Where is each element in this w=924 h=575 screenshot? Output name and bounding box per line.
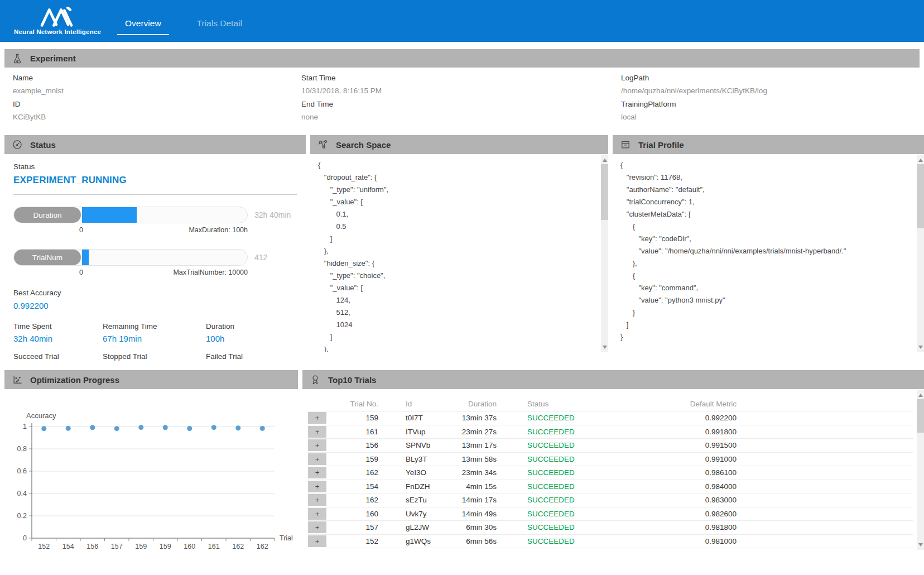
top10-title: Top10 Trials: [328, 375, 376, 385]
col-duration: Duration: [440, 400, 497, 408]
trial-id-cell: t0I7T: [378, 414, 440, 422]
scrollbar-thumb[interactable]: [917, 164, 924, 228]
duration-cell: 14min 17s: [440, 496, 497, 504]
trial-id-cell: gL2JW: [378, 523, 440, 531]
scroll-down-arrow[interactable]: [603, 346, 607, 349]
scroll-down-arrow[interactable]: [918, 543, 923, 547]
table-row: +162sEzTu14min 17sSUCCEEDED0.983000: [308, 493, 913, 507]
main-nav: Overview Trials Detail: [122, 0, 246, 42]
trial-id-cell: BLy3T: [378, 455, 440, 463]
expand-row-button[interactable]: +: [308, 508, 326, 520]
expand-row-button[interactable]: +: [308, 439, 326, 451]
duration-min: 0: [79, 226, 83, 234]
trial-no-cell: 157: [326, 523, 378, 531]
trialnum-progress-row: TrialNum 412: [13, 249, 297, 266]
duration-stat-label: Duration: [206, 322, 297, 330]
x-tick-label: 162: [257, 543, 268, 550]
search-space-scrollbar[interactable]: [601, 155, 608, 352]
duration-bar-fill: [82, 207, 137, 223]
experiment-title: Experiment: [30, 54, 76, 63]
trial-id-cell: FnDZH: [378, 482, 440, 491]
table-header-row: Trial No. Id Duration Status Default Met…: [308, 397, 913, 411]
experiment-col-time: Start Time 10/31/2018, 8:16:15 PM End Ti…: [301, 74, 382, 121]
x-tick-label: 160: [184, 543, 195, 550]
trial-no-cell: 159: [326, 455, 378, 463]
name-value: example_mnist: [13, 87, 64, 95]
trialnum-bar-fill: [82, 250, 89, 265]
status-cell: SUCCEEDED: [497, 510, 619, 518]
table-row: +156SPNVb13min 17sSUCCEEDED0.991500: [308, 439, 913, 453]
x-tick-label: 154: [62, 543, 74, 550]
tab-overview[interactable]: Overview: [122, 18, 165, 28]
metric-cell: 0.992200: [619, 414, 737, 422]
experiment-section-bar: Experiment: [4, 49, 920, 68]
table-row: +152g1WQs6min 56sSUCCEEDED0.981000: [308, 535, 913, 549]
expand-row-button[interactable]: +: [308, 481, 326, 492]
scroll-up-arrow[interactable]: [603, 159, 607, 162]
expand-row-button[interactable]: +: [308, 426, 326, 438]
scatter-point: [211, 425, 216, 430]
expand-row-button[interactable]: +: [308, 453, 326, 465]
stopped-trial-label: Stopped Trial: [103, 343, 206, 361]
status-cell: SUCCEEDED: [497, 428, 619, 436]
flask-icon: [12, 53, 23, 64]
trial-no-cell: 162: [326, 468, 378, 477]
best-accuracy-value: 0.992200: [13, 301, 297, 310]
metric-cell: 0.982600: [619, 510, 737, 518]
duration-bar-value: 32h 40min: [254, 210, 291, 219]
expand-row-button[interactable]: +: [308, 521, 326, 533]
duration-cell: 13min 37s: [440, 414, 497, 422]
y-tick-label: 0.2: [17, 512, 27, 520]
y-tick-label: 0: [23, 534, 27, 542]
best-accuracy-label: Best Accuracy: [13, 289, 297, 297]
top10-scrollbar[interactable]: [917, 390, 924, 550]
id-value: KCiBytKB: [13, 113, 64, 121]
start-time-value: 10/31/2018, 8:16:15 PM: [301, 87, 382, 95]
y-tick-label: 0.6: [17, 467, 27, 475]
failed-trial-label: Failed Trial: [206, 343, 297, 361]
scatter-point: [138, 425, 143, 430]
remaining-time-label: Remaining Time: [103, 322, 206, 330]
metric-cell: 0.986100: [619, 468, 737, 477]
brand-text: Neural Network Intelligence: [14, 28, 101, 35]
status-cell: SUCCEEDED: [497, 455, 619, 463]
search-space-json: { "dropout_rate": { "_type": "uniform", …: [310, 154, 608, 352]
scrollbar-thumb[interactable]: [917, 399, 924, 433]
top10-trials-panel: Top10 Trials Trial No. Id Duration Statu…: [302, 370, 924, 554]
metric-cell: 0.981800: [619, 523, 737, 531]
trial-no-cell: 154: [326, 482, 378, 491]
metric-cell: 0.991500: [619, 441, 737, 449]
scroll-up-arrow[interactable]: [918, 159, 923, 162]
status-cell: SUCCEEDED: [497, 496, 619, 504]
status-stats-grid: Time Spent Remaining Time Duration 32h 4…: [13, 322, 297, 366]
trial-no-cell: 161: [326, 428, 378, 436]
duration-bar-track: [82, 207, 247, 223]
x-tick-label: 161: [208, 543, 220, 550]
scatter-point: [66, 426, 71, 431]
trial-profile-scrollbar[interactable]: [917, 155, 924, 352]
expand-row-button[interactable]: +: [308, 535, 326, 547]
status-panel-title: Status: [30, 140, 56, 150]
tab-trials-detail[interactable]: Trials Detail: [194, 18, 246, 28]
nni-logo-icon: [39, 7, 76, 27]
expand-row-button[interactable]: +: [308, 412, 326, 424]
table-row: +161ITVup23min 27sSUCCEEDED0.991800: [308, 425, 913, 439]
x-tick-label: 162: [232, 543, 244, 550]
scrollbar-thumb[interactable]: [601, 164, 608, 220]
expand-row-button[interactable]: +: [308, 467, 326, 478]
x-tick-label: 152: [38, 543, 50, 550]
name-label: Name: [13, 74, 64, 82]
succeed-trial-value: 403: [13, 364, 103, 366]
duration-cell: 14min 49s: [440, 510, 497, 518]
time-spent-value: 32h 40min: [13, 334, 103, 343]
table-row: +154FnDZH4min 15sSUCCEEDED0.984000: [308, 480, 913, 494]
scatter-point: [163, 425, 168, 430]
scroll-down-arrow[interactable]: [918, 346, 923, 349]
trial-profile-title: Trial Profile: [638, 140, 684, 150]
metric-cell: 0.984000: [619, 482, 737, 491]
status-panel-bar: Status: [4, 135, 306, 154]
expand-row-button[interactable]: +: [308, 494, 326, 506]
search-space-panel: Search Space { "dropout_rate": { "_type"…: [310, 135, 608, 366]
experiment-status-value: EXPERIMENT_RUNNING: [13, 175, 297, 186]
scroll-up-arrow[interactable]: [918, 394, 923, 397]
